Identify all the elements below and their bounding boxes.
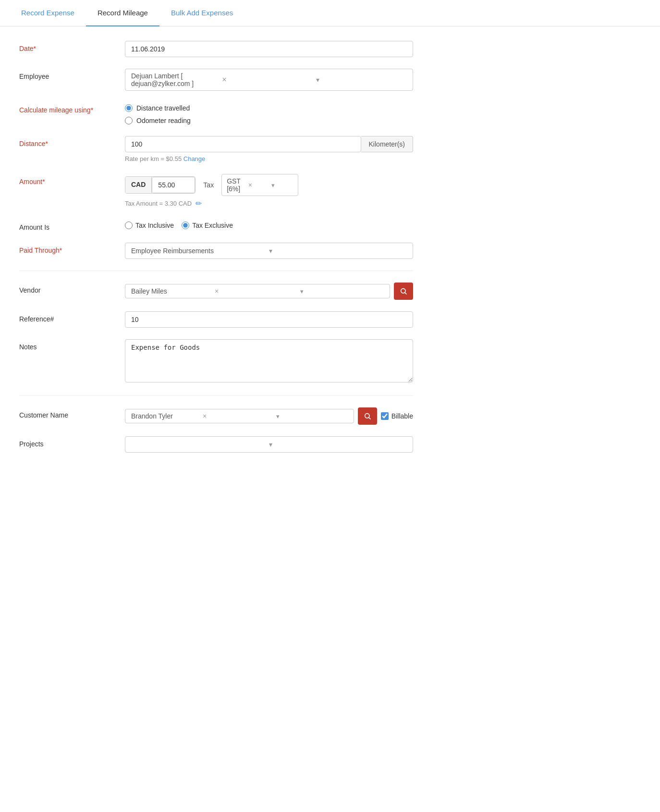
customer-input-row: Brandon Tyler × ▾ Billable — [125, 407, 413, 425]
svg-line-1 — [405, 293, 406, 294]
search-icon — [400, 287, 407, 295]
edit-tax-icon[interactable]: ✏ — [196, 199, 202, 208]
vendor-clear-icon[interactable]: × — [215, 287, 298, 295]
paid-through-dropdown-icon[interactable]: ▾ — [269, 247, 407, 255]
amount-is-options: Tax Inclusive Tax Exclusive — [125, 221, 413, 229]
customer-name-control: Brandon Tyler × ▾ Billable — [125, 407, 413, 425]
odometer-reading-label: Odometer reading — [136, 117, 191, 124]
distance-row: Distance* Kilometer(s) Rate per km = $0.… — [19, 136, 413, 162]
tax-exclusive-radio[interactable] — [182, 221, 189, 229]
paid-through-row: Paid Through* Employee Reimbursements ▾ — [19, 243, 413, 259]
odometer-reading-radio[interactable] — [125, 117, 133, 124]
notes-row: Notes Expense for Goods — [19, 339, 413, 384]
vendor-search-button[interactable] — [394, 283, 413, 300]
rate-text-value: Rate per km = $0.55 — [125, 155, 183, 162]
rate-text: Rate per km = $0.55 Change — [125, 155, 413, 162]
vendor-control: Bailey Miles × ▾ — [125, 283, 413, 300]
reference-input[interactable] — [125, 311, 413, 328]
customer-value: Brandon Tyler — [131, 412, 203, 420]
customer-search-button[interactable] — [358, 407, 377, 425]
customer-name-label: Customer Name — [19, 407, 125, 419]
vendor-dropdown-icon[interactable]: ▾ — [300, 288, 384, 295]
amount-field: CAD — [125, 176, 196, 194]
employee-label: Employee — [19, 69, 125, 80]
date-control — [125, 41, 413, 57]
projects-dropdown-icon[interactable]: ▾ — [269, 441, 407, 448]
section-separator-2 — [19, 395, 413, 396]
svg-line-3 — [369, 418, 370, 419]
date-input[interactable] — [125, 41, 413, 57]
amount-label: Amount* — [19, 174, 125, 185]
calculate-mileage-label: Calculate mileage using* — [19, 102, 125, 114]
tab-record-mileage[interactable]: Record Mileage — [86, 0, 159, 26]
customer-search-icon — [364, 412, 371, 420]
projects-select[interactable]: ▾ — [125, 436, 413, 453]
distance-input[interactable] — [125, 136, 361, 152]
customer-clear-icon[interactable]: × — [203, 412, 274, 420]
tax-label: Tax — [203, 181, 214, 189]
paid-through-value: Employee Reimbursements — [131, 247, 269, 255]
reference-control — [125, 311, 413, 328]
tax-exclusive-option[interactable]: Tax Exclusive — [182, 221, 233, 229]
reference-row: Reference# — [19, 311, 413, 328]
employee-select[interactable]: Dejuan Lambert [ dejuan@zylker.com ] × ▾ — [125, 69, 413, 91]
tax-inclusive-option[interactable]: Tax Inclusive — [125, 221, 174, 229]
amount-input[interactable] — [152, 177, 195, 193]
tax-exclusive-label: Tax Exclusive — [192, 221, 233, 229]
tax-clear-icon[interactable]: × — [248, 181, 270, 189]
billable-wrap: Billable — [381, 412, 413, 420]
tax-inclusive-label: Tax Inclusive — [135, 221, 174, 229]
notes-label: Notes — [19, 339, 125, 351]
billable-label: Billable — [391, 412, 413, 420]
employee-row: Employee Dejuan Lambert [ dejuan@zylker.… — [19, 69, 413, 91]
currency-badge: CAD — [125, 177, 152, 193]
vendor-select[interactable]: Bailey Miles × ▾ — [125, 284, 390, 298]
amount-is-row: Amount Is Tax Inclusive Tax Exclusive — [19, 220, 413, 231]
customer-name-row: Customer Name Brandon Tyler × ▾ Billable — [19, 407, 413, 425]
section-separator-1 — [19, 271, 413, 271]
notes-control: Expense for Goods — [125, 339, 413, 384]
distance-unit[interactable]: Kilometer(s) — [361, 136, 413, 152]
distance-travelled-radio[interactable] — [125, 104, 133, 112]
tab-record-expense[interactable]: Record Expense — [10, 0, 86, 26]
amount-is-label: Amount Is — [19, 220, 125, 231]
tax-dropdown-icon[interactable]: ▾ — [271, 182, 293, 189]
amount-is-control: Tax Inclusive Tax Exclusive — [125, 220, 413, 229]
amount-row: Amount* CAD Tax GST [6%] × ▾ Tax Amount … — [19, 174, 413, 208]
tax-select[interactable]: GST [6%] × ▾ — [221, 174, 298, 196]
tax-inclusive-radio[interactable] — [125, 221, 133, 229]
change-rate-link[interactable]: Change — [183, 155, 206, 162]
employee-clear-icon[interactable]: × — [222, 75, 313, 84]
tax-value: GST [6%] — [227, 177, 248, 193]
tax-amount-text: Tax Amount = 3.30 CAD ✏ — [125, 199, 413, 208]
billable-checkbox[interactable] — [381, 412, 389, 420]
vendor-value: Bailey Miles — [131, 287, 215, 295]
paid-through-select[interactable]: Employee Reimbursements ▾ — [125, 243, 413, 259]
employee-control: Dejuan Lambert [ dejuan@zylker.com ] × ▾ — [125, 69, 413, 91]
record-mileage-form: Date* Employee Dejuan Lambert [ dejuan@z… — [0, 26, 432, 479]
distance-travelled-option[interactable]: Distance travelled — [125, 104, 413, 112]
tab-bar: Record Expense Record Mileage Bulk Add E… — [0, 0, 660, 26]
odometer-reading-option[interactable]: Odometer reading — [125, 117, 413, 124]
amount-fields-row: CAD Tax GST [6%] × ▾ — [125, 174, 413, 196]
paid-through-label: Paid Through* — [19, 243, 125, 254]
distance-travelled-label: Distance travelled — [136, 104, 190, 112]
employee-dropdown-icon[interactable]: ▾ — [316, 76, 407, 84]
projects-row: Projects ▾ — [19, 436, 413, 453]
date-label: Date* — [19, 41, 125, 52]
calculate-mileage-row: Calculate mileage using* Distance travel… — [19, 102, 413, 124]
projects-control: ▾ — [125, 436, 413, 453]
vendor-label: Vendor — [19, 283, 125, 294]
reference-label: Reference# — [19, 311, 125, 323]
projects-label: Projects — [19, 436, 125, 448]
calculate-mileage-control: Distance travelled Odometer reading — [125, 102, 413, 124]
tab-bulk-add-expenses[interactable]: Bulk Add Expenses — [159, 0, 244, 26]
date-row: Date* — [19, 41, 413, 57]
vendor-row: Vendor Bailey Miles × ▾ — [19, 283, 413, 300]
notes-textarea[interactable]: Expense for Goods — [125, 339, 413, 382]
customer-select[interactable]: Brandon Tyler × ▾ — [125, 409, 354, 423]
distance-control: Kilometer(s) Rate per km = $0.55 Change — [125, 136, 413, 162]
customer-dropdown-icon[interactable]: ▾ — [276, 413, 348, 420]
employee-value: Dejuan Lambert [ dejuan@zylker.com ] — [131, 72, 222, 87]
vendor-input-row: Bailey Miles × ▾ — [125, 283, 413, 300]
